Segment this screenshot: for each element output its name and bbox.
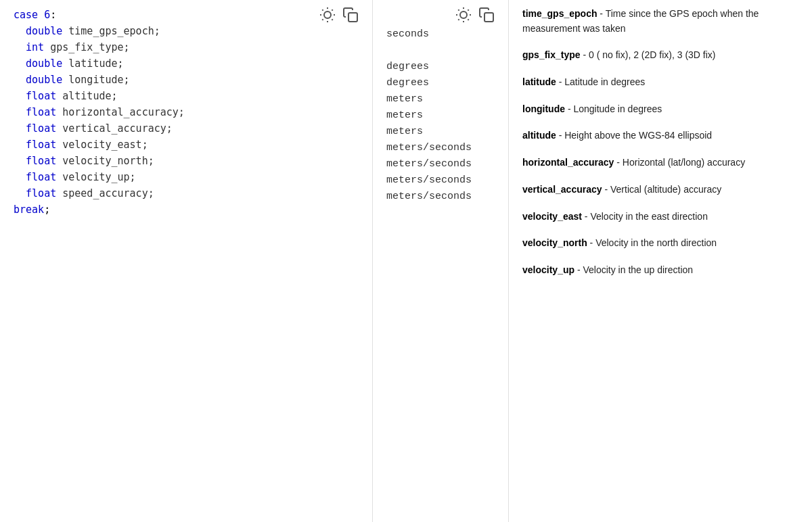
svg-line-17: [458, 19, 459, 20]
unit-item-4: meters: [386, 108, 495, 124]
desc-item-3: longitude - Longitude in degrees: [522, 102, 798, 117]
unit-item-3: meters: [386, 91, 495, 108]
unit-item-7: meters/seconds: [386, 156, 495, 172]
field-desc-4: - Height above the WGS-84 ellipsoid: [556, 130, 712, 141]
desc-item-9: velocity_up - Velocity in the up directi…: [522, 263, 798, 278]
field-desc-3: - Longitude in degrees: [565, 103, 662, 114]
unit-item-1: degrees: [386, 59, 495, 75]
desc-panel: time_gps_epoch - Time since the GPS epoc…: [509, 0, 812, 522]
code-block: case 6: double time_gps_epoch; int gps_f…: [14, 7, 359, 218]
copy-icon[interactable]: [342, 7, 359, 23]
desc-item-6: vertical_accuracy - Vertical (altitude) …: [522, 183, 798, 197]
units-copy-icon[interactable]: [478, 7, 495, 23]
field-desc-9: - Velocity in the up direction: [574, 264, 693, 275]
code-toolbar: [319, 7, 359, 23]
field-name-8: velocity_north: [522, 237, 587, 248]
field-desc-7: - Velocity in the east direction: [582, 211, 708, 222]
svg-rect-19: [484, 13, 493, 22]
svg-line-18: [468, 9, 468, 10]
units-toolbar: [455, 7, 495, 23]
svg-line-14: [468, 19, 468, 20]
field-desc-8: - Velocity in the north direction: [587, 237, 717, 248]
field-name-0: time_gps_epoch: [522, 8, 597, 19]
unit-item-8: meters/seconds: [386, 172, 495, 189]
unit-item-5: meters: [386, 124, 495, 140]
field-name-3: longitude: [522, 103, 565, 114]
desc-item-5: horizontal_accuracy - Horizontal (lat/lo…: [522, 156, 798, 170]
field-desc-6: - Vertical (altitude) accuracy: [602, 184, 722, 195]
svg-line-8: [332, 9, 332, 10]
units-brightness-icon[interactable]: [455, 7, 472, 23]
field-name-2: latitude: [522, 76, 556, 87]
field-name-4: altitude: [522, 130, 556, 141]
svg-line-13: [458, 9, 459, 10]
unit-item-6: meters/seconds: [386, 140, 495, 156]
svg-point-0: [324, 11, 331, 18]
unit-item-9: meters/seconds: [386, 189, 495, 205]
svg-line-7: [322, 19, 323, 20]
units-panel: . seconds . degrees degrees meters meter…: [373, 0, 508, 522]
desc-item-8: velocity_north - Velocity in the north d…: [522, 236, 798, 251]
desc-item-2: latitude - Latitude in degrees: [522, 75, 798, 90]
brightness-icon[interactable]: [319, 7, 336, 23]
field-name-1: gps_fix_type: [522, 49, 581, 60]
desc-item-1: gps_fix_type - 0 ( no fix), 2 (2D fix), …: [522, 48, 798, 63]
main-panel: case 6: double time_gps_epoch; int gps_f…: [0, 0, 812, 522]
svg-point-10: [460, 11, 467, 18]
field-name-9: velocity_up: [522, 264, 574, 275]
field-desc-2: - Latitude in degrees: [556, 76, 646, 87]
units-list: . seconds . degrees degrees meters meter…: [386, 10, 495, 205]
desc-item-7: velocity_east - Velocity in the east dir…: [522, 210, 798, 224]
field-name-5: horizontal_accuracy: [522, 157, 614, 168]
unit-item-2: degrees: [386, 75, 495, 91]
unit-item-0: seconds: [386, 26, 495, 43]
field-name-6: vertical_accuracy: [522, 184, 602, 195]
field-desc-1: - 0 ( no fix), 2 (2D fix), 3 (3D fix): [581, 49, 716, 60]
desc-item-0: time_gps_epoch - Time since the GPS epoc…: [522, 7, 798, 36]
field-name-7: velocity_east: [522, 211, 582, 222]
svg-rect-9: [348, 13, 357, 22]
code-panel: case 6: double time_gps_epoch; int gps_f…: [0, 0, 372, 522]
unit-spacer-gps: .: [386, 43, 495, 59]
desc-item-4: altitude - Height above the WGS-84 ellip…: [522, 128, 798, 143]
svg-line-3: [322, 9, 323, 10]
svg-line-4: [332, 19, 332, 20]
field-desc-5: - Horizontal (lat/long) accuracy: [614, 157, 745, 168]
